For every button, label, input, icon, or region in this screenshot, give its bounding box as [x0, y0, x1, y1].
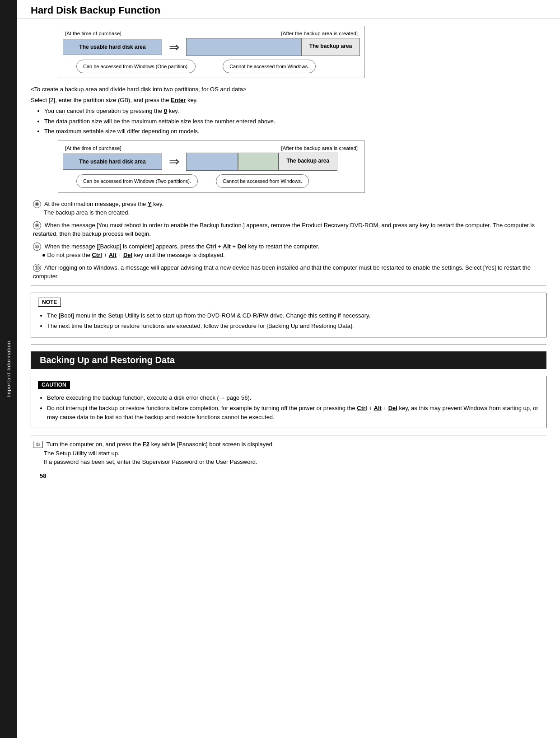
del-key2: Del [123, 252, 132, 258]
enter-key: Enter [171, 97, 186, 103]
f2-key: F2 [143, 441, 149, 448]
diagram1-usable-box: The usable hard disk area [63, 39, 162, 55]
step10-substep: ● Do not press the Ctrl + Alt + Del key … [42, 251, 546, 260]
diagram2-bottom: Can be accessed from Windows (Two partit… [63, 174, 360, 188]
caution-item1: Before executing the backup function, ex… [47, 393, 539, 402]
step11: ⑪ After logging on to Windows, a message… [31, 263, 546, 281]
page-number: 58 [40, 472, 46, 479]
diagram2-accessible-oval: Can be accessed from Windows (Two partit… [76, 174, 198, 188]
step8-circle: ⑧ [33, 200, 41, 208]
diagram2-backup-box: The backup area [279, 153, 337, 171]
diagram2-boxes: The usable hard disk area ⇒ The backup a… [63, 153, 360, 171]
bullet1: You can cancel this operation by pressin… [44, 107, 546, 116]
note-item2: The next time the backup or restore func… [47, 322, 539, 331]
bullet-dot: ● [42, 252, 47, 258]
diagram2-not-accessible-oval: Cannot be accessed from Windows. [216, 174, 309, 188]
diagram2-usable-box: The usable hard disk area [63, 154, 162, 170]
caution-alt-key: Alt [374, 405, 382, 411]
step10-text: When the message [[Backup] is complete] … [45, 243, 320, 250]
page-footer: 58 [17, 470, 560, 484]
step-new-1: ① Turn the computer on, and press the F2… [31, 440, 546, 467]
diagram2-label-right: [After the backup area is created] [281, 145, 358, 151]
alt-key1: Alt [223, 243, 231, 250]
diagram2-arrow: ⇒ [169, 154, 179, 169]
step8-text: At the confirmation message, press the Y… [44, 201, 163, 207]
step9: ⑨ When the message [You must reboot in o… [31, 221, 546, 238]
diagram1-label-right: [After the backup area is created] [281, 31, 358, 36]
section2-title: Backing Up and Restoring Data [40, 355, 175, 365]
caution-del-key: Del [388, 405, 397, 411]
intro-text: <To create a backup area and divide hard… [31, 85, 546, 136]
bullet3: The maximum settable size will differ de… [44, 127, 546, 136]
step11-text: After logging on to Windows, a message w… [33, 264, 531, 280]
caution-list: Before executing the backup function, ex… [47, 393, 539, 422]
y-key: Y [148, 201, 152, 207]
alt-key2: Alt [109, 252, 117, 258]
caution-box: CAUTION Before executing the backup func… [31, 376, 546, 429]
step10-circle: ⑩ [33, 243, 41, 251]
caution-ctrl-key: Ctrl [357, 405, 367, 411]
diagram1-boxes: The usable hard disk area ⇒ The backup a… [63, 38, 360, 56]
select-instruction: Select [2], enter the partition size (GB… [31, 96, 546, 105]
section2-banner: Backing Up and Restoring Data [31, 351, 546, 369]
step-new-1-details: The Setup Utility will start up. If a pa… [44, 449, 546, 467]
note-item1: The [Boot] menu in the Setup Utility is … [47, 311, 539, 320]
caution-label: CAUTION [38, 381, 70, 389]
page-header: Hard Disk Backup Function [17, 0, 560, 19]
step-new-1-circle: ① [33, 441, 43, 448]
step11-circle: ⑪ [33, 264, 41, 272]
note-list: The [Boot] menu in the Setup Utility is … [47, 311, 539, 331]
caution-item2: Do not interrupt the backup or restore f… [47, 404, 539, 421]
ctrl-key1: Ctrl [206, 243, 216, 250]
step-new-1-text: Turn the computer on, and press the F2 k… [46, 441, 274, 448]
intro-bullets: You can cancel this operation by pressin… [44, 107, 546, 136]
diagram1: [At the time of purchase] [After the bac… [58, 26, 365, 78]
zero-key: 0 [164, 107, 167, 114]
sidebar-label: Important Information [0, 0, 17, 738]
divider1 [31, 285, 546, 286]
note-label: NOTE [38, 298, 61, 307]
diagram1-accessible-oval: Can be accessed from Windows (One partit… [76, 60, 196, 73]
diagram1-label-left: [At the time of purchase] [65, 31, 121, 36]
bullet2: The data partition size will be the maxi… [44, 117, 546, 126]
sidebar-text: Important Information [6, 341, 11, 397]
page-title: Hard Disk Backup Function [31, 5, 546, 16]
diagram1-backup-box: The backup area [301, 38, 360, 56]
diagram1-labels: [At the time of purchase] [After the bac… [63, 31, 360, 36]
content-area: [At the time of purchase] [After the bac… [17, 26, 560, 467]
step8: ⑧ At the confirmation message, press the… [31, 200, 546, 217]
del-key1: Del [238, 243, 247, 250]
step9-circle: ⑨ [33, 221, 41, 229]
diagram1-arrow: ⇒ [169, 40, 179, 55]
note-box: NOTE The [Boot] menu in the Setup Utilit… [31, 293, 546, 337]
create-backup-heading: <To create a backup area and divide hard… [31, 85, 546, 94]
diagram2-labels: [At the time of purchase] [After the bac… [63, 145, 360, 151]
diagram1-not-accessible-oval: Cannot be accessed from Windows. [223, 60, 316, 73]
diagram1-bottom: Can be accessed from Windows (One partit… [63, 60, 360, 73]
divider3 [31, 435, 546, 435]
divider2 [31, 344, 546, 345]
step8-line2: The backup area is then created. [44, 209, 130, 216]
step10: ⑩ When the message [[Backup] is complete… [31, 242, 546, 260]
step9-text: When the message [You must reboot in ord… [33, 222, 535, 238]
ctrl-key2: Ctrl [92, 252, 102, 258]
diagram2: [At the time of purchase] [After the bac… [58, 140, 365, 193]
diagram2-label-left: [At the time of purchase] [65, 145, 121, 151]
